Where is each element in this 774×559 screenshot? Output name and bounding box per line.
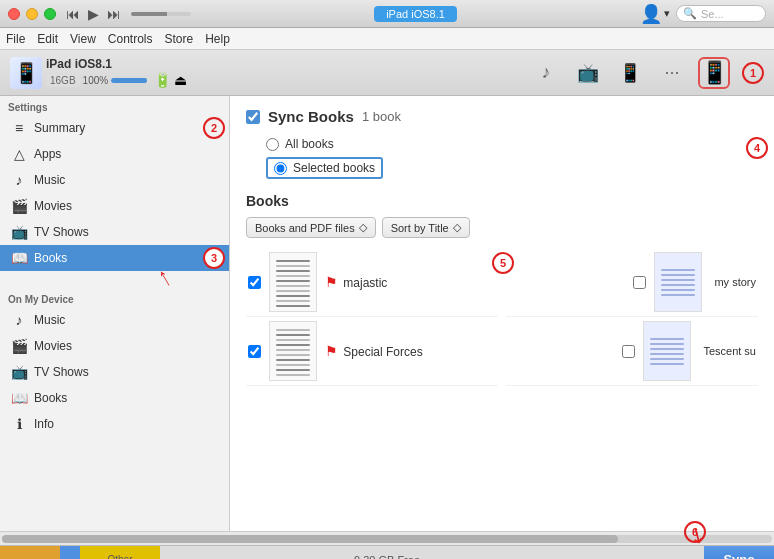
sync-button[interactable]: Sync xyxy=(704,546,774,560)
sidebar-item-books[interactable]: 📖 Books 3 xyxy=(0,245,229,271)
sidebar-item-tvshows[interactable]: 📺 TV Shows xyxy=(0,219,229,245)
book-check-mystory[interactable] xyxy=(633,276,646,289)
menu-controls[interactable]: Controls xyxy=(108,32,153,46)
seg-empty xyxy=(160,546,704,559)
title-bar: ⏮ ▶ ⏭  iPad iOS8.1 👤 ▾ 🔍 Se... xyxy=(0,0,774,28)
nav-phone-icon[interactable]: 📱 xyxy=(614,57,646,89)
sidebar-device-books-label: Books xyxy=(34,391,67,405)
sidebar-label-movies: Movies xyxy=(34,199,72,213)
sidebar-label-music: Music xyxy=(34,173,65,187)
back-button[interactable]: ⏮ xyxy=(66,6,80,22)
book-title-specialforces: Special Forces xyxy=(343,345,422,359)
radio-all-label: All books xyxy=(285,137,334,151)
menu-store[interactable]: Store xyxy=(165,32,194,46)
menu-help[interactable]: Help xyxy=(205,32,230,46)
sync-header: Sync Books 1 book xyxy=(246,108,758,125)
storage-percent: 100% xyxy=(83,75,109,86)
account-button[interactable]: 👤 ▾ xyxy=(640,3,670,25)
tescent-label: Tescent su xyxy=(703,345,756,357)
book-row-specialforces: ⚑ Special Forces xyxy=(246,317,498,386)
book-check-majastic[interactable] xyxy=(248,276,261,289)
device-books-icon: 📖 xyxy=(10,390,28,406)
books-toolbar: Books and PDF files ◇ Sort by Title ◇ xyxy=(246,217,758,238)
sidebar-device-music[interactable]: ♪ Music xyxy=(0,307,229,333)
books-section-title: Books xyxy=(246,193,758,209)
play-button[interactable]: ▶ xyxy=(88,6,99,22)
sync-title: Sync Books xyxy=(268,108,354,125)
nav-music-icon[interactable]: ♪ xyxy=(530,57,562,89)
book-check-specialforces[interactable] xyxy=(248,345,261,358)
sidebar-device-music-label: Music xyxy=(34,313,65,327)
device-icon: 📱 xyxy=(10,57,42,89)
device-tvshows-icon: 📺 xyxy=(10,364,28,380)
free-label: 9.30 GB Free xyxy=(354,554,420,560)
book-flag-icon: ⚑ xyxy=(325,274,338,290)
sidebar-device-books[interactable]: 📖 Books xyxy=(0,385,229,411)
book-check-tescent[interactable] xyxy=(622,345,635,358)
nav-ipad-icon[interactable]: 📱 xyxy=(698,57,730,89)
book-flag-icon-2: ⚑ xyxy=(325,343,338,359)
menu-file[interactable]: File xyxy=(6,32,25,46)
radio-selected-label: Selected books xyxy=(293,161,375,175)
sidebar-item-info[interactable]: ℹ Info xyxy=(0,411,229,437)
sidebar-device-movies[interactable]: 🎬 Movies xyxy=(0,333,229,359)
volume-slider[interactable] xyxy=(131,12,191,16)
seg-books xyxy=(60,546,80,559)
minimize-button[interactable] xyxy=(26,8,38,20)
device-name-label: iPad iOS8.1 xyxy=(46,57,187,71)
sidebar-item-movies[interactable]: 🎬 Movies xyxy=(0,193,229,219)
search-box[interactable]: 🔍 Se... xyxy=(676,5,766,22)
sidebar-item-music[interactable]: ♪ Music xyxy=(0,167,229,193)
eject-icon: ⏏ xyxy=(174,72,187,88)
nav-more-icon[interactable]: ··· xyxy=(656,57,688,89)
on-my-device-label: On My Device xyxy=(0,288,229,307)
book-thumb-specialforces xyxy=(269,321,317,381)
sidebar-item-summary[interactable]: ≡ Summary 2 xyxy=(0,115,229,141)
radio-all-input[interactable] xyxy=(266,138,279,151)
sidebar-device-tvshows[interactable]: 📺 TV Shows xyxy=(0,359,229,385)
annotation-3: 3 xyxy=(203,247,225,269)
radio-group: All books Selected books 4 xyxy=(266,137,758,179)
nav-tv-icon[interactable]: 📺 xyxy=(572,57,604,89)
battery-icon: 🔋 xyxy=(154,72,171,88)
book-row-tescent: Tescent su xyxy=(506,317,758,386)
filter-type-label: Books and PDF files xyxy=(255,222,355,234)
radio-selected-books[interactable]: Selected books xyxy=(266,157,758,179)
sync-checkbox[interactable] xyxy=(246,110,260,124)
sidebar-item-apps[interactable]: △ Apps xyxy=(0,141,229,167)
annotation-2: 2 xyxy=(203,117,225,139)
device-music-icon: ♪ xyxy=(10,312,28,328)
filter-type-button[interactable]: Books and PDF files ◇ xyxy=(246,217,376,238)
ipad-indicator: iPad iOS8.1 xyxy=(374,6,457,22)
sidebar-label-books: Books xyxy=(34,251,67,265)
radio-selected-input[interactable] xyxy=(274,162,287,175)
sidebar-device-tvshows-label: TV Shows xyxy=(34,365,89,379)
close-button[interactable] xyxy=(8,8,20,20)
menu-view[interactable]: View xyxy=(70,32,96,46)
sort-button[interactable]: Sort by Title ◇ xyxy=(382,217,470,238)
annotation-6: 6 xyxy=(684,521,706,543)
book-row-majastic: ⚑ majastic 5 xyxy=(246,248,498,317)
account-chevron: ▾ xyxy=(664,7,670,20)
menu-edit[interactable]: Edit xyxy=(37,32,58,46)
tvshows-icon: 📺 xyxy=(10,224,28,240)
book-row-mystory: my story xyxy=(506,248,758,317)
mystory-label: my story xyxy=(714,276,756,288)
book-thumb-majastic xyxy=(269,252,317,312)
book-info-majastic: ⚑ majastic xyxy=(325,274,496,290)
search-placeholder: Se... xyxy=(701,8,724,20)
book-thumb-tescent xyxy=(643,321,691,381)
annotation-1: 1 xyxy=(742,62,764,84)
search-icon: 🔍 xyxy=(683,7,697,20)
nav-bar: 📱 iPad iOS8.1 16GB 100% 🔋 ⏏ ♪ 📺 📱 ··· 📱 xyxy=(0,50,774,96)
annotation-5: 5 xyxy=(492,252,514,274)
book-thumb-mystory xyxy=(654,252,702,312)
music-icon: ♪ xyxy=(10,172,28,188)
zoom-button[interactable] xyxy=(44,8,56,20)
radio-all-books[interactable]: All books xyxy=(266,137,758,151)
filter-type-chevron: ◇ xyxy=(359,221,367,234)
scrollbar[interactable] xyxy=(0,531,774,545)
sort-label: Sort by Title xyxy=(391,222,449,234)
forward-button[interactable]: ⏭ xyxy=(107,6,121,22)
menu-bar: File Edit View Controls Store Help xyxy=(0,28,774,50)
